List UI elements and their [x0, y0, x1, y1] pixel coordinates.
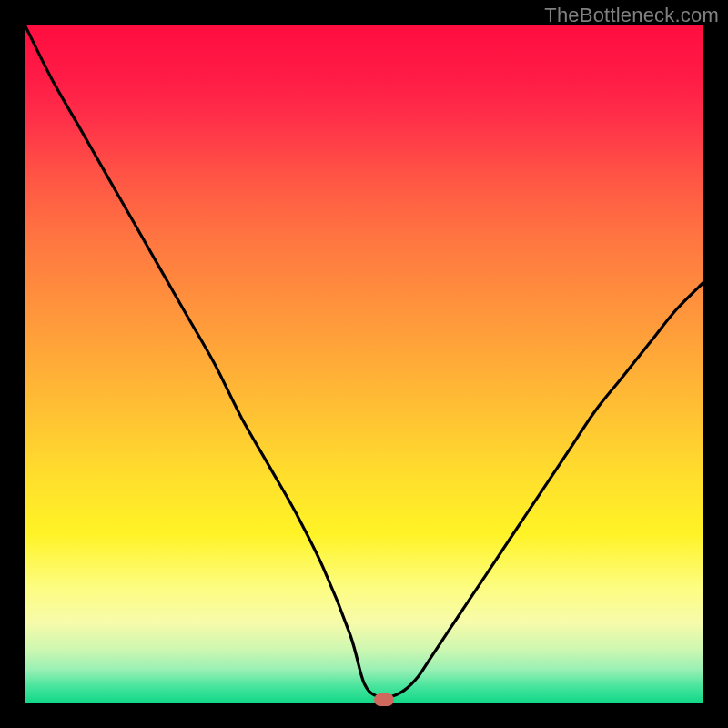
watermark-label: TheBottleneck.com — [544, 4, 719, 27]
chart-frame: TheBottleneck.com — [0, 0, 728, 728]
optimum-marker — [374, 693, 394, 706]
curve-path — [25, 25, 703, 698]
plot-area — [25, 25, 703, 703]
bottleneck-curve — [25, 25, 703, 703]
